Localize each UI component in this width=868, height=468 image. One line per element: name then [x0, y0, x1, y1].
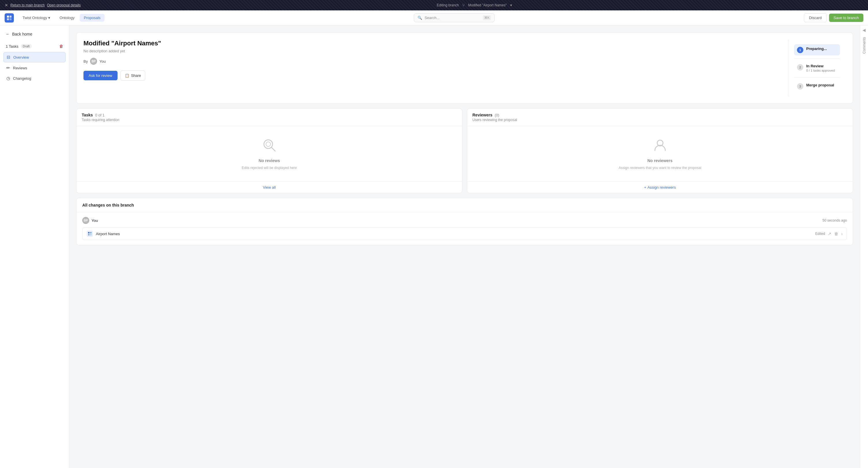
return-to-main-link[interactable]: Return to main branch	[10, 3, 45, 7]
step-2[interactable]: 2 In Review 0 / 1 tasks approved	[794, 61, 840, 75]
sidebar-header: 1 Tasks Draft 🗑	[3, 43, 66, 50]
changes-card: All changes on this branch BP You 50 sec…	[76, 198, 853, 245]
top-bar-left: ✕ Return to main branch Open proposal de…	[5, 3, 81, 7]
plus-icon: +	[644, 185, 647, 189]
chevron-right-icon[interactable]: ›	[841, 231, 843, 236]
tasks-panel: Tasks 0 of 1 Tasks requiring attention N…	[76, 108, 462, 193]
step-3[interactable]: 3 Merge proposal	[794, 81, 840, 92]
change-time: 50 seconds ago	[823, 218, 847, 223]
nav-search: 🔍 Search... ⌘K	[104, 13, 804, 22]
change-group-header: BP You 50 seconds ago	[82, 217, 847, 224]
tab-twist-ontology-label: Twist Ontology	[23, 16, 47, 20]
change-user-name: You	[92, 218, 98, 223]
svg-rect-8	[88, 232, 90, 233]
changelog-icon: ◷	[6, 76, 10, 81]
comments-tab-label: Comments	[862, 37, 866, 54]
svg-rect-0	[7, 16, 9, 18]
proposal-description: No description added yet	[84, 49, 788, 53]
step-3-label: Merge proposal	[806, 83, 834, 87]
tasks-count: 0 of 1	[95, 113, 105, 117]
sidebar-item-reviews[interactable]: ✏ Reviews	[3, 63, 66, 73]
app-logo[interactable]	[5, 13, 14, 23]
collapse-icon[interactable]: ◀	[863, 28, 866, 32]
nav-actions: Discard Save to branch	[804, 13, 863, 22]
nav-tabs: Twist Ontology ▾ Ontology Proposals	[19, 14, 104, 22]
tasks-panel-footer: View all	[76, 181, 462, 193]
share-label: Share	[131, 74, 141, 78]
no-reviewers-sub: Assign reviewers that you want to review…	[619, 166, 701, 170]
reviewers-panel-sub: Users reviewing the proposal	[472, 118, 847, 122]
external-link-icon[interactable]: ↗	[828, 231, 831, 236]
chevron-down-icon[interactable]: ▾	[510, 3, 512, 7]
tasks-panel-header: Tasks 0 of 1 Tasks requiring attention	[76, 109, 462, 126]
discard-button[interactable]: Discard	[804, 13, 827, 22]
reviewers-panel: Reviewers (0) Users reviewing the propos…	[467, 108, 853, 193]
tab-ontology[interactable]: Ontology	[56, 14, 79, 22]
branch-name[interactable]: Modified "Airport Names"	[468, 3, 507, 7]
sidebar-item-overview[interactable]: ⊟ Overview	[3, 52, 66, 62]
top-bar-center: Editing branch ⑂ Modified "Airport Names…	[85, 3, 863, 7]
view-all-link[interactable]: View all	[263, 185, 276, 189]
step-2-number: 2	[797, 64, 803, 70]
ask-for-review-button[interactable]: Ask for review	[84, 71, 118, 80]
back-home-label: Back home	[12, 32, 32, 36]
reviewers-panel-header: Reviewers (0) Users reviewing the propos…	[467, 109, 853, 126]
open-proposal-link[interactable]: Open proposal details	[47, 3, 81, 7]
tasks-panel-sub: Tasks requiring attention	[82, 118, 457, 122]
search-placeholder: Search...	[425, 16, 439, 20]
comments-sidebar[interactable]: ◀ Comments	[860, 25, 868, 468]
change-item-actions: Edited ↗ 🗑 ›	[815, 231, 843, 236]
search-shortcut: ⌘K	[483, 15, 491, 20]
delete-change-icon[interactable]: 🗑	[834, 231, 838, 236]
no-reviewers-title: No reviewers	[647, 158, 673, 163]
svg-line-5	[272, 147, 275, 151]
change-group: BP You 50 seconds ago Airport N	[76, 212, 853, 245]
nav-bar: Twist Ontology ▾ Ontology Proposals 🔍 Se…	[0, 10, 868, 25]
main-layout: ← Back home 1 Tasks Draft 🗑 ⊟ Overview ✏…	[0, 25, 868, 468]
svg-rect-9	[90, 232, 92, 233]
proposal-title: Modified "Airport Names"	[84, 39, 788, 47]
reviewers-panel-footer: + Assign reviewers	[467, 181, 853, 193]
step-3-number: 3	[797, 83, 803, 90]
svg-rect-10	[88, 234, 90, 235]
sidebar-item-changelog-label: Changelog	[13, 76, 31, 81]
no-reviews-title: No reviews	[259, 158, 280, 163]
back-home-link[interactable]: ← Back home	[3, 30, 66, 38]
tab-proposals[interactable]: Proposals	[80, 14, 104, 22]
assign-reviewers-link[interactable]: + Assign reviewers	[644, 185, 676, 189]
reviews-icon: ✏	[6, 65, 10, 70]
sidebar-nav: ⊟ Overview ✏ Reviews ◷ Changelog	[3, 52, 66, 83]
tab-twist-ontology[interactable]: Twist Ontology ▾	[19, 14, 54, 22]
no-reviews-icon	[262, 138, 277, 155]
close-icon[interactable]: ✕	[5, 3, 8, 7]
main-content: Modified "Airport Names" No description …	[69, 25, 860, 468]
sidebar-item-changelog[interactable]: ◷ Changelog	[3, 74, 66, 83]
proposal-user: You	[99, 59, 106, 63]
branch-icon: ⑂	[462, 3, 465, 7]
delete-icon[interactable]: 🗑	[59, 44, 63, 49]
svg-rect-1	[9, 16, 11, 18]
share-icon: 📋	[125, 74, 129, 78]
proposal-actions: Ask for review 📋 Share	[84, 70, 788, 81]
sidebar-header-left: 1 Tasks Draft	[6, 44, 32, 49]
share-button[interactable]: 📋 Share	[120, 70, 146, 81]
step-2-label: In Review	[806, 64, 835, 68]
step-1[interactable]: 1 Preparing...	[794, 44, 840, 56]
proposal-by: By BP You	[84, 58, 788, 65]
arrow-left-icon: ←	[6, 32, 10, 36]
save-to-branch-button[interactable]: Save to branch	[829, 13, 863, 22]
chevron-down-icon: ▾	[48, 16, 50, 20]
svg-rect-11	[90, 234, 92, 235]
draft-badge: Draft	[21, 44, 32, 49]
svg-rect-2	[7, 18, 9, 20]
two-col-panels: Tasks 0 of 1 Tasks requiring attention N…	[76, 108, 853, 193]
task-count: 1 Tasks	[6, 44, 19, 49]
step-1-content: Preparing...	[806, 47, 827, 51]
changes-header: All changes on this branch	[76, 198, 853, 212]
reviewers-count: (0)	[495, 113, 499, 117]
no-reviewers-icon	[653, 138, 668, 155]
search-box[interactable]: 🔍 Search... ⌘K	[414, 13, 495, 22]
step-2-content: In Review 0 / 1 tasks approved	[806, 64, 835, 72]
change-badge: Edited	[815, 232, 825, 236]
sidebar-item-overview-label: Overview	[13, 55, 29, 59]
